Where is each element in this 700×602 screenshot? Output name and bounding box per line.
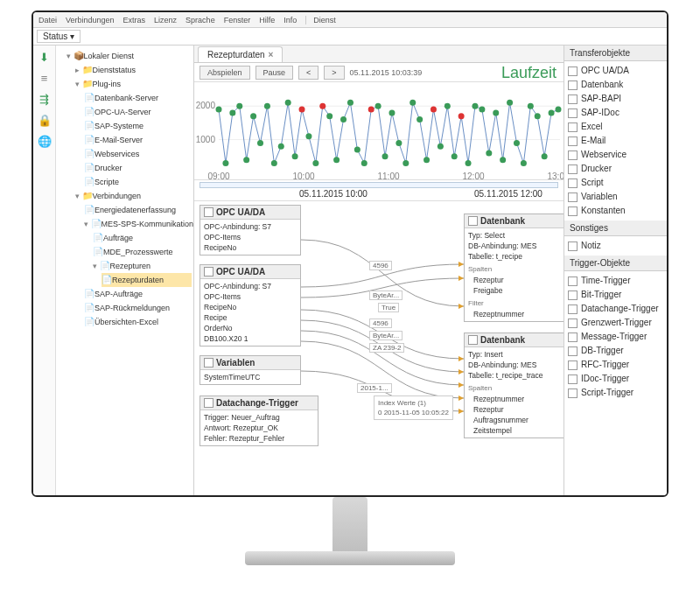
transfer-item[interactable]: Variablen xyxy=(568,190,663,204)
trigger-item[interactable]: Time-Trigger xyxy=(568,274,663,288)
mini-timeline[interactable]: 05.11.2015 10:00 05.11.2015 12:00 xyxy=(194,180,564,201)
transfer-item[interactable]: E-Mail xyxy=(568,134,663,148)
tree-item[interactable]: 📄MDE_Prozesswerte xyxy=(93,245,192,259)
menu-item[interactable]: Hilfe xyxy=(259,16,275,24)
trigger-item[interactable]: IDoc-Trigger xyxy=(568,372,663,386)
menu-item[interactable]: Info xyxy=(284,16,297,24)
tree-item[interactable]: 📄Rezepturdaten xyxy=(102,273,192,287)
menu-item[interactable]: Extras xyxy=(123,16,146,24)
svg-point-35 xyxy=(430,107,437,113)
tree-item[interactable]: 📄Drucker xyxy=(84,161,192,175)
transfer-item[interactable]: SAP-IDoc xyxy=(568,106,663,120)
trigger-header: Trigger-Objekte xyxy=(564,256,667,271)
tab-rezepturdaten[interactable]: Rezepturdaten× xyxy=(198,46,283,62)
sonstiges-item[interactable]: Notiz xyxy=(568,239,663,253)
tree-item[interactable]: 📄Rezepturen xyxy=(93,259,192,273)
tree-item[interactable]: 📄Energiedatenerfassung xyxy=(84,203,192,217)
trigger-item[interactable]: Message-Trigger xyxy=(568,330,663,344)
svg-point-38 xyxy=(452,153,458,159)
monitor-stand-base xyxy=(245,551,455,565)
svg-point-7 xyxy=(236,103,242,109)
node-vars[interactable]: VariablenSystemTimeUTC xyxy=(200,355,301,385)
svg-point-29 xyxy=(388,109,395,116)
svg-point-44 xyxy=(493,109,499,116)
tree-item[interactable]: 📁Plug-ins xyxy=(75,77,192,91)
transfer-item[interactable]: SAP-BAPI xyxy=(568,92,663,106)
transfer-header: Transferobjekte xyxy=(564,46,667,61)
node-opc2[interactable]: OPC UA/DAOPC-Anbindung: S7OPC-ItemsRecip… xyxy=(200,264,301,346)
trigger-item[interactable]: Bit-Trigger xyxy=(568,288,663,302)
trigger-item[interactable]: RFC-Trigger xyxy=(568,358,663,372)
tree-item[interactable]: 📁Verbindungen xyxy=(75,189,192,203)
trigger-item[interactable]: Grenzwert-Trigger xyxy=(568,316,663,330)
svg-point-9 xyxy=(250,113,256,119)
dropbox-icon[interactable]: ⬇ xyxy=(38,51,52,65)
tree-pane[interactable]: 📦Lokaler Dienst📁Dienststatus📁Plug-ins📄Da… xyxy=(56,46,194,495)
tree-item[interactable]: 📄SAP-Aufträge xyxy=(84,287,192,301)
menu-item[interactable]: Dienst xyxy=(305,16,336,24)
menu-item[interactable]: Datei xyxy=(38,16,57,24)
tree-item[interactable]: 📄Übersichten-Excel xyxy=(84,315,192,329)
svg-point-50 xyxy=(535,113,541,119)
connection-label: ByteAr... xyxy=(369,290,402,300)
svg-point-17 xyxy=(305,133,312,139)
trigger-item[interactable]: DB-Trigger xyxy=(568,344,663,358)
tree-item[interactable]: 📁Dienststatus xyxy=(75,63,192,77)
prev-button[interactable]: < xyxy=(298,66,318,80)
flow-icon[interactable]: ⇶ xyxy=(38,93,52,107)
transfer-item[interactable]: Datenbank xyxy=(568,78,663,92)
menu-item[interactable]: Verbindungen xyxy=(66,16,115,24)
close-icon[interactable]: × xyxy=(269,50,274,60)
menu-item[interactable]: Fenster xyxy=(224,16,251,24)
svg-point-19 xyxy=(319,103,326,109)
lock-icon[interactable]: 🔒 xyxy=(38,114,52,128)
svg-point-14 xyxy=(285,100,291,106)
tree-item[interactable]: 📄MES-SPS-Kommunikation xyxy=(84,217,192,231)
svg-point-12 xyxy=(271,160,277,166)
globe-icon[interactable]: 🌐 xyxy=(38,135,52,149)
svg-point-23 xyxy=(347,100,354,106)
svg-point-37 xyxy=(444,103,451,109)
transfer-item[interactable]: Konstanten xyxy=(568,204,663,218)
svg-point-30 xyxy=(396,140,402,146)
tree-item[interactable]: 📄Datenbank-Server xyxy=(84,91,192,105)
svg-text:11:00: 11:00 xyxy=(377,172,399,180)
timestamp: 05.11.2015 10:03:39 xyxy=(350,68,423,77)
menu-item[interactable]: Lizenz xyxy=(154,16,177,24)
pause-button[interactable]: Pause xyxy=(256,66,294,80)
tree-item[interactable]: 📄Scripte xyxy=(84,175,192,189)
tree-item[interactable]: 📄OPC-UA-Server xyxy=(84,105,192,119)
transfer-item[interactable]: Drucker xyxy=(568,162,663,176)
icon-rail: ⬇ ≡ ⇶ 🔒 🌐 xyxy=(33,46,56,495)
status-dropdown[interactable]: Status ▾ xyxy=(37,30,80,43)
svg-text:12:00: 12:00 xyxy=(462,172,484,180)
svg-point-24 xyxy=(354,147,360,153)
menu-item[interactable]: Sprache xyxy=(186,16,215,24)
node-db2[interactable]: DatenbankTyp: InsertDB-Anbindung: MESTab… xyxy=(464,332,564,438)
transfer-item[interactable]: Excel xyxy=(568,120,663,134)
svg-text:1000: 1000 xyxy=(196,135,216,144)
trigger-item[interactable]: Script-Trigger xyxy=(568,386,663,400)
tree-item[interactable]: 📄SAP-Systeme xyxy=(84,119,192,133)
transfer-item[interactable]: Webservice xyxy=(568,148,663,162)
filter-icon[interactable]: ≡ xyxy=(38,72,52,86)
node-trig[interactable]: Datachange-TriggerTrigger: Neuer_Auftrag… xyxy=(200,396,318,446)
tree-item[interactable]: 📄E-Mail-Server xyxy=(84,133,192,147)
next-button[interactable]: > xyxy=(324,66,344,80)
svg-point-20 xyxy=(326,113,332,119)
svg-point-13 xyxy=(278,144,284,150)
node-db1[interactable]: DatenbankTyp: SelectDB-Anbindung: MESTab… xyxy=(464,214,564,322)
tree-item[interactable]: 📄Webservices xyxy=(84,147,192,161)
svg-point-28 xyxy=(382,153,388,159)
tree-item[interactable]: 📄Aufträge xyxy=(93,231,192,245)
chart[interactable]: 1000200009:0010:0011:0012:0013:00 xyxy=(194,82,564,180)
connection-label: True xyxy=(378,303,399,312)
diagram-canvas[interactable]: OPC UA/DAOPC-Anbindung: S7OPC-ItemsRecip… xyxy=(194,201,564,495)
play-button[interactable]: Abspielen xyxy=(200,66,250,80)
svg-point-6 xyxy=(229,109,235,116)
trigger-item[interactable]: Datachange-Trigger xyxy=(568,302,663,316)
transfer-item[interactable]: Script xyxy=(568,176,663,190)
node-opc1[interactable]: OPC UA/DAOPC-Anbindung: S7OPC-ItemsRecip… xyxy=(200,205,301,256)
tree-item[interactable]: 📄SAP-Rückmeldungen xyxy=(84,301,192,315)
transfer-item[interactable]: OPC UA/DA xyxy=(568,64,663,78)
